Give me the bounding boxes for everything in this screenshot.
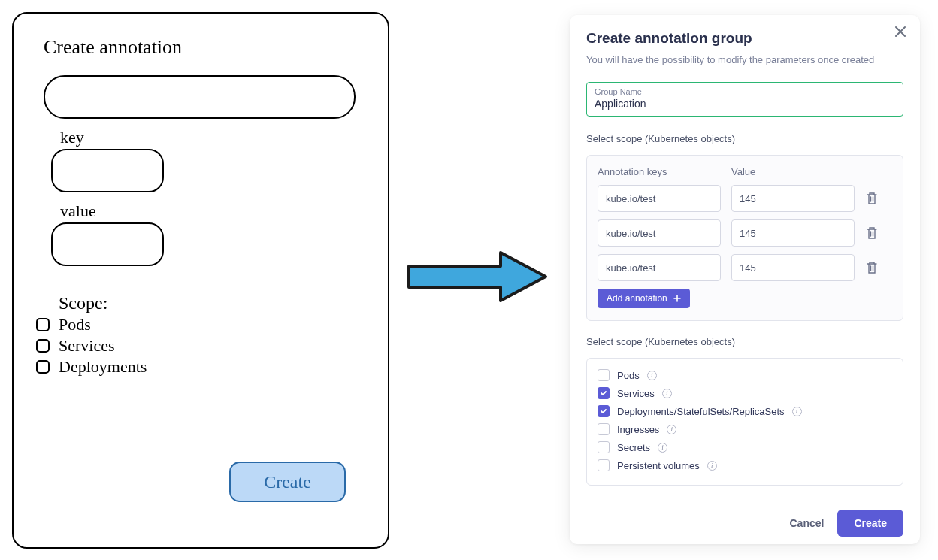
check-icon [600,407,607,415]
sketch-create-button[interactable]: Create [229,462,346,502]
sketch-scope-row: Deployments [36,357,365,377]
sketch-scope-row: Pods [36,315,365,334]
annotation-headers: Annotation keys Value [598,166,892,177]
scope-label: Deployments/StatefulSets/ReplicaSets [617,406,785,417]
sketch-scope-row: Services [36,336,365,356]
close-button[interactable] [894,26,908,39]
modal-title: Create annotation group [586,30,903,47]
annotation-key-text: kube.io/test [606,193,656,204]
annotation-box: Annotation keys Value kube.io/test 145 k… [586,155,903,321]
add-annotation-button[interactable]: Add annotation [598,289,690,308]
scope-checkbox-deployments[interactable] [598,405,610,417]
sketch-key-input[interactable] [51,149,164,192]
modal-subtitle: You will have the possibility to modify … [586,54,903,65]
sketch-checkbox-services[interactable] [36,339,50,353]
annotation-row: kube.io/test 145 [598,219,892,247]
annotation-key-text: kube.io/test [606,262,656,274]
sketch-value-label: value [60,201,365,221]
section-label-scope: Select scope (Kubernetes objects) [586,336,903,347]
trash-icon[interactable] [865,226,879,240]
arrow-icon [403,247,553,307]
scope-label: Pods [617,370,640,381]
check-icon [600,389,607,397]
annotation-key-input[interactable]: kube.io/test [598,185,721,212]
group-name-label: Group Name [595,87,895,96]
ann-header-value: Value [731,166,855,177]
sketch-checkbox-deployments[interactable] [36,360,50,374]
scope-row-persistent-volumes: Persistent volumes i [598,459,892,471]
sketch-checkbox-pods[interactable] [36,318,50,331]
annotation-value-input[interactable]: 145 [731,219,855,247]
scope-checkbox-persistent-volumes[interactable] [598,459,610,471]
sketch-panel: Create annotation key value Scope: Pods … [12,12,389,549]
sketch-scope-label: Scope: [59,293,365,313]
ann-header-key: Annotation keys [598,166,721,177]
sketch-create-label: Create [264,472,311,492]
sketch-value-input[interactable] [51,222,164,266]
info-icon[interactable]: i [662,389,672,398]
scope-label: Persistent volumes [617,460,700,471]
trash-icon[interactable] [865,261,879,274]
info-icon[interactable]: i [707,461,717,471]
annotation-value-input[interactable]: 145 [731,254,855,281]
scope-checkbox-pods[interactable] [598,369,610,381]
cancel-button[interactable]: Cancel [789,517,824,529]
plus-icon [673,295,681,302]
annotation-value-text: 145 [740,262,756,274]
info-icon[interactable]: i [647,371,657,380]
section-label-annotations: Select scope (Kubernetes objects) [586,133,903,144]
annotation-value-input[interactable]: 145 [731,185,855,212]
create-annotation-group-modal: Create annotation group You will have th… [570,15,920,544]
scope-checkbox-services[interactable] [598,387,610,399]
scope-label: Secrets [617,442,650,453]
annotation-value-text: 145 [740,228,756,239]
sketch-key-label: key [60,128,365,147]
scope-box: Pods i Services i Deployments/StatefulSe… [586,358,903,486]
sketch-main-input[interactable] [44,75,356,119]
scope-checkbox-ingresses[interactable] [598,423,610,435]
scope-label: Ingresses [617,424,659,435]
group-name-field[interactable]: Group Name Application [586,82,903,117]
annotation-row: kube.io/test 145 [598,185,892,212]
sketch-checklabel: Pods [59,315,91,334]
annotation-key-input[interactable]: kube.io/test [598,219,721,247]
close-icon [894,26,906,38]
annotation-key-input[interactable]: kube.io/test [598,254,721,281]
sketch-title: Create annotation [44,36,365,59]
modal-footer: Cancel Create [586,510,903,537]
scope-label: Services [617,388,655,399]
trash-icon[interactable] [865,192,879,205]
scope-row-secrets: Secrets i [598,441,892,453]
info-icon[interactable]: i [658,443,667,453]
info-icon[interactable]: i [792,407,802,416]
scope-row-deployments: Deployments/StatefulSets/ReplicaSets i [598,405,892,417]
annotation-value-text: 145 [740,193,756,204]
info-icon[interactable]: i [667,425,676,434]
scope-row-services: Services i [598,387,892,399]
add-annotation-label: Add annotation [607,293,667,304]
annotation-key-text: kube.io/test [606,228,656,239]
sketch-checklabel: Deployments [59,357,147,377]
group-name-value: Application [595,98,895,110]
sketch-checklabel: Services [59,336,115,356]
create-button[interactable]: Create [837,510,903,537]
scope-row-ingresses: Ingresses i [598,423,892,435]
scope-row-pods: Pods i [598,369,892,381]
annotation-row: kube.io/test 145 [598,254,892,281]
scope-checkbox-secrets[interactable] [598,441,610,453]
